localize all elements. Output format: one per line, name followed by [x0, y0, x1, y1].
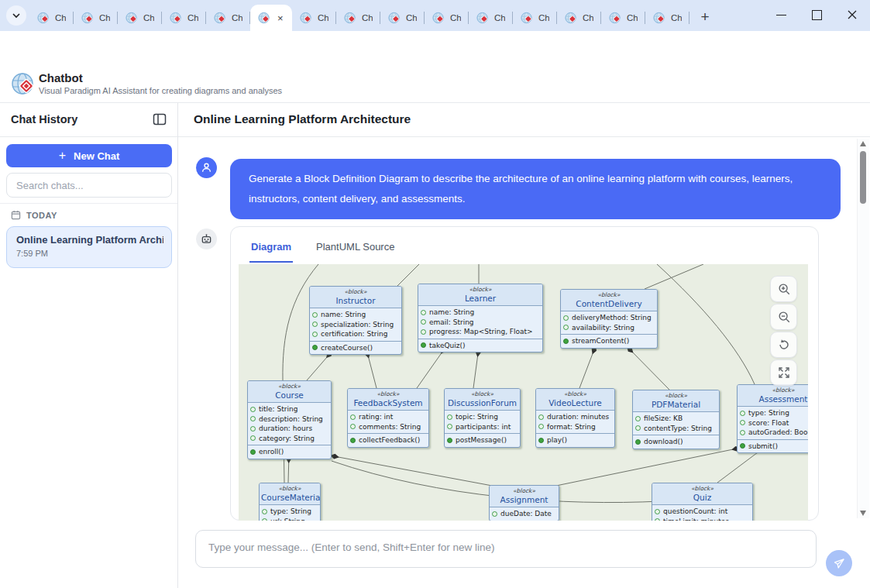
browser-tab-active[interactable]: ×	[250, 5, 292, 31]
browser-tab[interactable]: Ch	[74, 5, 118, 31]
browser-tab[interactable]: Ch	[118, 5, 162, 31]
uml-block-assignment: «block»AssignmentdueDate: Date	[489, 485, 559, 521]
uml-member: score: Float	[740, 418, 808, 428]
main-panel: Online Learning Platform Architecture Ge…	[178, 103, 870, 588]
uml-member: duration: minutes	[538, 412, 612, 422]
section-today-label: TODAY	[26, 211, 57, 220]
tab-label: Ch	[143, 13, 154, 22]
tab-close-icon[interactable]: ×	[277, 13, 284, 23]
uml-member: progress: Map<String, Float>	[421, 327, 540, 337]
uml-member: topic: String	[447, 412, 518, 422]
browser-tab[interactable]: Ch	[206, 5, 250, 31]
minimize-button[interactable]	[763, 0, 799, 29]
scroll-up-arrow-icon[interactable]	[860, 141, 866, 146]
app-subtitle: Visual Paradigm AI Assistant for creatin…	[39, 86, 282, 95]
browser-tab[interactable]: Ch	[557, 5, 601, 31]
close-button[interactable]	[834, 0, 870, 29]
browser-tab[interactable]: Ch	[162, 5, 206, 31]
uml-block-header: «block»Learner	[418, 284, 542, 306]
maximize-button[interactable]	[799, 0, 834, 29]
uml-block-header: «block»PDFMaterial	[633, 390, 719, 412]
uml-operations: enroll()	[248, 445, 331, 459]
result-tabs: DiagramPlantUML Source	[249, 235, 396, 263]
uml-member: availability: String	[563, 323, 655, 333]
tab-label: Ch	[362, 13, 373, 22]
uml-block-header: «block»ContentDelivery	[561, 290, 657, 311]
uml-operations: submit()	[738, 439, 808, 453]
scroll-down-arrow-icon[interactable]	[860, 511, 866, 516]
uml-member: createCourse()	[312, 343, 399, 353]
browser-tab[interactable]: Ch	[336, 5, 380, 31]
new-chat-label: New Chat	[74, 150, 119, 162]
app-header: Chatbot Visual Paradigm AI Assistant for…	[0, 66, 870, 103]
new-tab-button[interactable]: +	[694, 6, 716, 28]
browser-tab[interactable]: Ch	[645, 5, 689, 31]
chat-scrollbar[interactable]	[857, 139, 869, 518]
browser-tab[interactable]: Ch	[601, 5, 645, 31]
app-title: Chatbot	[39, 71, 83, 84]
browser-tab[interactable]: Ch	[29, 5, 74, 31]
chat-scroll-area: Generate a Block Definition Diagram to d…	[178, 137, 870, 521]
user-message-avatar	[196, 157, 217, 178]
browser-tab[interactable]: Ch	[513, 5, 557, 31]
uml-block-header: «block»Assessment	[738, 385, 808, 407]
reset-icon[interactable]	[770, 332, 797, 358]
tab-label: Ch	[671, 13, 682, 22]
window-controls	[763, 0, 870, 29]
uml-member: autoGraded: Boolean	[740, 428, 808, 438]
message-input[interactable]	[195, 530, 817, 568]
browser-tab[interactable]: Ch	[425, 5, 469, 31]
fullscreen-icon[interactable]	[770, 359, 797, 386]
browser-tab[interactable]: Ch	[380, 5, 425, 31]
uml-member: contentType: String	[635, 424, 717, 434]
uml-member: email: String	[421, 318, 540, 328]
tab-search-chevron-icon[interactable]	[6, 5, 26, 26]
user-message-bubble: Generate a Block Definition Diagram to d…	[230, 159, 841, 219]
browser-tab[interactable]: Ch	[469, 5, 513, 31]
uml-block-header: «block»VideoLecture	[536, 389, 614, 411]
uml-block-video-lecture: «block»VideoLectureduration: minutesform…	[535, 388, 615, 448]
uml-member: submit()	[740, 442, 808, 452]
uml-block-course-material: «block»CourseMaterialtype: Stringurl: St…	[259, 483, 321, 521]
sidebar-header: Chat History	[0, 103, 177, 137]
tab-label: Ch	[583, 13, 593, 22]
browser-tab[interactable]: Ch	[292, 5, 336, 31]
uml-block-header: «block»Assignment	[490, 486, 559, 507]
uml-member: download()	[635, 437, 717, 447]
browser-toolbar: A	[0, 31, 870, 66]
zoom-out-icon[interactable]	[770, 304, 797, 330]
new-chat-button[interactable]: + New Chat	[6, 144, 172, 167]
tab-label: Ch	[494, 13, 505, 22]
bot-message-avatar	[196, 229, 217, 249]
uml-attributes: title: Stringdescription: Stringduration…	[248, 403, 331, 445]
sidebar-divider	[0, 203, 177, 204]
tab-diagram[interactable]: Diagram	[249, 235, 293, 263]
uml-member: play()	[538, 435, 612, 445]
uml-operations: createCourse()	[310, 341, 401, 355]
main-header: Online Learning Platform Architecture	[178, 103, 870, 137]
search-chats-input[interactable]	[6, 173, 172, 198]
calendar-icon	[11, 210, 21, 220]
chat-scrollbar-thumb[interactable]	[860, 151, 866, 204]
chat-list-item[interactable]: Online Learning Platform Archit...7:59 P…	[6, 226, 172, 268]
app-body: Chat History + New Chat TODAY Online Lea…	[0, 103, 870, 588]
zoom-in-icon[interactable]	[770, 276, 797, 302]
uml-member: type: String	[262, 507, 318, 517]
tab-plantuml-source[interactable]: PlantUML Source	[315, 235, 396, 263]
tab-label: Ch	[406, 13, 417, 22]
uml-attributes: name: Stringspecialization: Stringcertif…	[310, 308, 401, 341]
uml-block-assessment: «block»Assessmenttype: Stringscore: Floa…	[737, 384, 808, 453]
uml-block-learner: «block»Learnername: Stringemail: Stringp…	[418, 284, 543, 352]
tabs-holder: ChChChChCh×ChChChChChChChChCh	[29, 5, 689, 31]
chat-item-title: Online Learning Platform Archit...	[16, 234, 163, 246]
uml-operations: download()	[633, 435, 719, 449]
uml-member: title: String	[250, 404, 328, 414]
uml-member: comments: String	[350, 422, 426, 432]
uml-attributes: type: Stringscore: FloatautoGraded: Bool…	[738, 407, 808, 439]
collapse-sidebar-icon[interactable]	[152, 112, 169, 129]
chat-item-time: 7:59 PM	[16, 249, 48, 258]
uml-attributes: deliveryMethod: Stringavailability: Stri…	[561, 311, 657, 334]
uml-attributes: type: Stringurl: String	[260, 505, 320, 521]
send-button[interactable]	[826, 550, 852, 576]
diagram-canvas[interactable]: «block»Instructorname: Stringspecializat…	[239, 264, 808, 521]
